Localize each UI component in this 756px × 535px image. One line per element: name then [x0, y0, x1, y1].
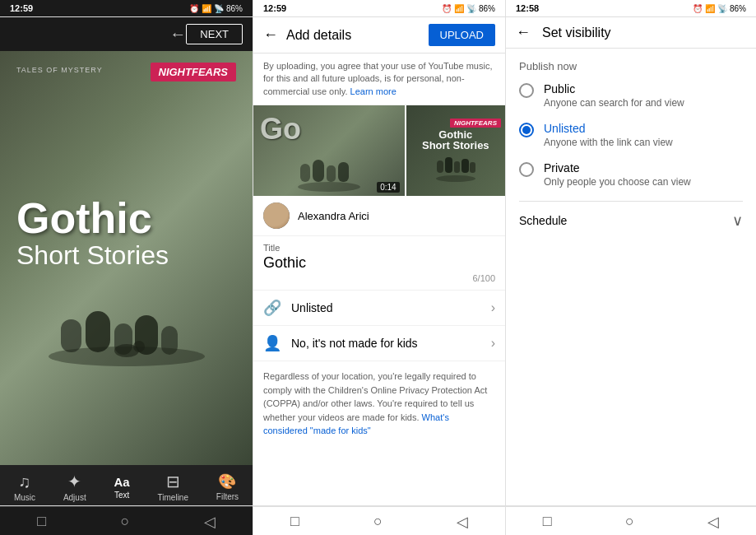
music-label: Music	[14, 493, 35, 502]
back-arrow-left[interactable]: ←	[169, 25, 186, 44]
avatar-image	[263, 202, 290, 229]
nav-square-left[interactable]: □	[37, 513, 46, 530]
svg-point-12	[298, 182, 360, 192]
uploader-name: Alexandra Arici	[298, 210, 369, 222]
toolbar-text[interactable]: Aa Text	[114, 475, 130, 500]
toolbar-timeline[interactable]: ⊟ Timeline	[158, 472, 188, 502]
nav-triangle-right[interactable]: ◁	[707, 513, 719, 531]
battery-left: 86%	[226, 4, 243, 13]
title-label: Title	[263, 243, 495, 253]
wifi-icon-right: 📡	[717, 4, 727, 13]
title-char-count: 6/100	[263, 273, 495, 283]
visibility-options: Publish now Public Anyone can search for…	[506, 49, 756, 505]
kids-value: No, it's not made for kids	[291, 337, 418, 350]
toolbar-filters[interactable]: 🎨 Filters	[216, 472, 239, 501]
private-radio[interactable]	[519, 162, 534, 177]
back-arrow-mid[interactable]: ←	[263, 26, 278, 44]
svg-rect-14	[445, 157, 452, 173]
set-visibility-panel: ← Set visibility Publish now Public Anyo…	[505, 17, 756, 505]
signal-icon-right: 📶	[705, 4, 715, 13]
svg-rect-8	[300, 164, 310, 182]
filters-label: Filters	[216, 492, 239, 501]
thumb-nightfears-badge: NIGHTFEARS	[450, 119, 501, 128]
unlisted-desc: Anyone with the link can view	[544, 137, 743, 148]
svg-rect-15	[454, 161, 460, 173]
legal-text: Regardless of your location, you're lega…	[253, 361, 505, 446]
wifi-icon-mid: 📡	[466, 4, 476, 13]
visibility-chevron: ›	[491, 300, 495, 315]
schedule-chevron: ∨	[732, 212, 743, 230]
back-arrow-right[interactable]: ←	[516, 24, 531, 41]
unlisted-radio[interactable]	[519, 123, 534, 137]
kids-chevron: ›	[491, 336, 495, 351]
svg-rect-10	[327, 165, 336, 182]
toolbar-adjust[interactable]: ✦ Adjust	[63, 472, 86, 502]
public-radio[interactable]	[519, 83, 534, 98]
filters-icon: 🎨	[218, 472, 236, 491]
unlisted-label: Unlisted	[544, 122, 743, 135]
adjust-label: Adjust	[63, 493, 86, 502]
upload-button[interactable]: UPLOAD	[429, 24, 495, 46]
nav-triangle-mid[interactable]: ◁	[457, 513, 468, 531]
kids-row[interactable]: 👤 No, it's not made for kids ›	[253, 326, 505, 361]
nav-square-mid[interactable]: □	[290, 513, 299, 530]
next-button[interactable]: NEXT	[186, 24, 243, 44]
alarm-icon-left: ⏰	[189, 4, 199, 13]
person-icon: 👤	[263, 334, 281, 352]
book-top-text: TALES OF MYSTERY	[16, 66, 103, 74]
book-title: Gothic	[16, 197, 152, 240]
svg-point-7	[133, 341, 145, 352]
uploader-avatar	[263, 202, 290, 229]
toolbar-music[interactable]: ♫ Music	[14, 472, 35, 502]
wifi-icon-left: 📡	[214, 4, 224, 13]
thumbnail-secondary: NIGHTFEARS GothicShort Stories	[405, 105, 505, 196]
title-field-section: Title Gothic 6/100	[253, 236, 505, 291]
book-subtitle: Short Stories	[16, 241, 169, 270]
editor-toolbar: ♫ Music ✦ Adjust Aa Text ⊟ Timeline 🎨 Fi…	[0, 465, 253, 505]
text-label: Text	[114, 491, 129, 500]
learn-more-link[interactable]: Learn more	[350, 86, 397, 96]
set-visibility-title: Set visibility	[542, 26, 611, 40]
book-illustration	[16, 286, 236, 369]
left-editor-panel: ← NEXT TALES OF MYSTERY NIGHTFEARS Gothi…	[0, 17, 253, 505]
nav-circle-mid[interactable]: ○	[373, 513, 383, 530]
schedule-row[interactable]: Schedule ∨	[519, 201, 743, 240]
thumb-title: GothicShort Stories	[422, 129, 489, 151]
adjust-icon: ✦	[67, 472, 81, 491]
editor-header: ← NEXT	[0, 17, 253, 51]
svg-rect-1	[86, 311, 110, 352]
book-cover: TALES OF MYSTERY NIGHTFEARS Gothic Short…	[0, 51, 253, 465]
public-label: Public	[544, 82, 743, 95]
nav-circle-left[interactable]: ○	[120, 513, 129, 530]
svg-rect-9	[313, 160, 324, 182]
title-value: Gothic	[263, 254, 495, 272]
nav-circle-right[interactable]: ○	[625, 513, 634, 530]
nav-triangle-left[interactable]: ◁	[204, 513, 216, 531]
signal-icon-left: 📶	[202, 4, 211, 13]
battery-mid: 86%	[479, 4, 495, 13]
visibility-row[interactable]: 🔗 Unlisted ›	[253, 291, 505, 326]
disclaimer-text: By uploading, you agree that your use of…	[253, 54, 505, 105]
set-visibility-header: ← Set visibility	[506, 17, 756, 49]
svg-point-18	[436, 175, 475, 182]
visibility-option-public[interactable]: Public Anyone can search for and view	[519, 82, 743, 109]
add-details-header: ← Add details UPLOAD	[253, 17, 505, 54]
svg-rect-0	[61, 319, 81, 352]
visibility-option-unlisted[interactable]: Unlisted Anyone with the link can view	[519, 122, 743, 148]
music-icon: ♫	[18, 472, 30, 491]
alarm-icon-mid: ⏰	[442, 4, 452, 13]
time-right: 12:58	[516, 3, 539, 13]
timeline-label: Timeline	[158, 493, 188, 502]
visibility-option-private[interactable]: Private Only people you choose can view	[519, 161, 743, 188]
time-mid: 12:59	[263, 3, 286, 13]
book-cover-area: TALES OF MYSTERY NIGHTFEARS Gothic Short…	[0, 51, 253, 465]
schedule-label: Schedule	[519, 214, 567, 227]
add-details-title: Add details	[286, 28, 351, 43]
svg-rect-11	[338, 162, 349, 182]
nav-square-right[interactable]: □	[543, 513, 552, 530]
timeline-icon: ⊟	[166, 472, 180, 491]
link-icon: 🔗	[263, 299, 281, 317]
signal-icon-mid: 📶	[454, 4, 464, 13]
svg-rect-17	[470, 162, 475, 173]
thumbnail-main: Go 0:14	[253, 105, 405, 196]
